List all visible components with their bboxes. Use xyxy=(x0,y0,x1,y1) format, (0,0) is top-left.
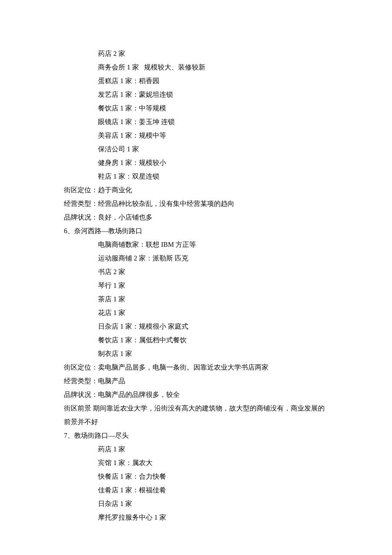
document-content: 药店 2 家商务会所 1 家 规模较大、装修较新蛋糕店 1 家：稻香园发艺店 1… xyxy=(64,47,328,524)
text-line: 品牌状况：良好，小店铺也多 xyxy=(64,211,328,224)
text-line: 药店 2 家 xyxy=(64,47,328,61)
text-line: 制衣店 1 家 xyxy=(64,347,328,361)
text-line: 保洁公司 1 家 xyxy=(64,142,328,156)
text-line: 蛋糕店 1 家：稻香园 xyxy=(64,74,328,88)
text-line: 街区定位：趋于商业化 xyxy=(64,183,328,197)
text-line: 日杂店 1 家 xyxy=(64,497,328,511)
text-line: 药店 1 家 xyxy=(64,442,328,456)
text-line: 眼镜店 1 家：姜玉坤 连锁 xyxy=(64,115,328,129)
text-line: 美容店 1 家：规模中等 xyxy=(64,129,328,142)
text-line: 茶店 1 家 xyxy=(64,292,328,306)
text-line: 发艺店 1 家：蒙妮坦连锁 xyxy=(64,88,328,101)
text-line: 日杂店 1 家：规模很小 家庭式 xyxy=(64,320,328,333)
text-line: 运动服商铺 2 家：派勒斯 匹克 xyxy=(64,251,328,265)
text-line: 经营类型：电脑产品 xyxy=(64,374,328,388)
text-line: 电脑商铺数家：联想 IBM 方正等 xyxy=(64,238,328,251)
text-line: 街区定位：卖电脑产品居多，电脑一条街。因靠近农业大学书店两家 xyxy=(64,361,328,374)
text-line: 花店 1 家 xyxy=(64,306,328,320)
text-line: 书店 2 家 xyxy=(64,265,328,279)
text-line: 街区前景 期间靠近农业大学，沿街没有高大的建筑物，故大型的商铺没有，商业发展的前… xyxy=(64,402,328,429)
text-line: 品牌状况：电脑产品的品牌很多，较全 xyxy=(64,388,328,402)
document-page: 药店 2 家商务会所 1 家 规模较大、装修较新蛋糕店 1 家：稻香园发艺店 1… xyxy=(0,0,392,555)
text-line: 宾馆 1 家：属农大 xyxy=(64,456,328,470)
text-line: 摩托罗拉服务中心 1 家 xyxy=(64,511,328,524)
text-line: 餐饮店 1 家：中等规模 xyxy=(64,101,328,115)
text-line: 鞋店 1 家：双星连锁 xyxy=(64,170,328,183)
text-line: 健身房 1 家：规模较小 xyxy=(64,156,328,170)
text-line: 琴行 1 家 xyxy=(64,279,328,292)
text-line: 快餐店 1 家：合力快餐 xyxy=(64,470,328,483)
text-line: 7、教场街路口—尽头 xyxy=(64,429,328,442)
text-line: 餐饮店 1 家：属低档中式餐饮 xyxy=(64,333,328,347)
text-line: 佳肴店 1 家：根福佳肴 xyxy=(64,483,328,497)
text-line: 经营类型：经营品种比较杂乱，没有集中经营某项的趋向 xyxy=(64,197,328,211)
text-line: 6、奈河西路—教场街路口 xyxy=(64,224,328,238)
text-line: 商务会所 1 家 规模较大、装修较新 xyxy=(64,61,328,74)
